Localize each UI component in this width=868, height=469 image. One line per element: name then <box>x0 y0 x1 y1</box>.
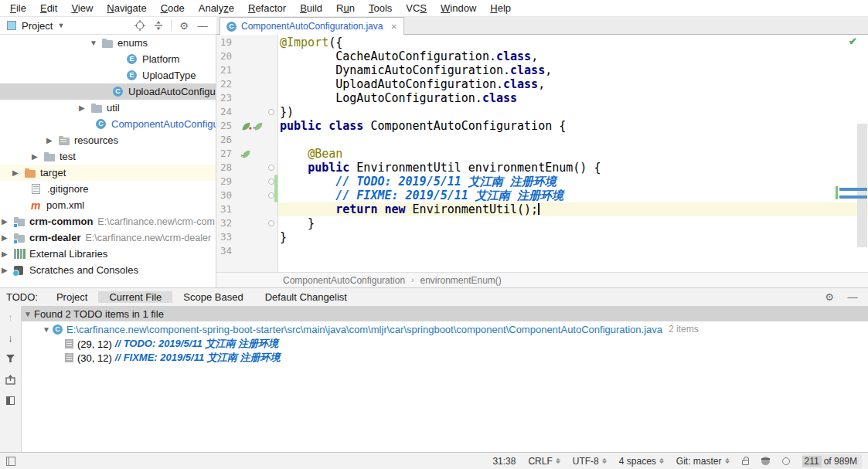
menu-analyze[interactable]: Analyze <box>192 0 241 16</box>
tree-item-enums[interactable]: ▼enums <box>0 35 216 51</box>
open-source-preview-icon[interactable] <box>5 373 17 386</box>
spring-bean-icon[interactable]: ✱ <box>241 121 251 131</box>
preview-usages-icon[interactable] <box>5 394 17 406</box>
highlighting-level-icon[interactable] <box>761 457 770 465</box>
tree-item-util[interactable]: ▶util <box>0 100 216 116</box>
spring-bean-icon[interactable]: ➤ <box>241 148 251 158</box>
chevron-down-icon[interactable]: ▼ <box>22 310 34 318</box>
menu-edit[interactable]: Edit <box>33 0 64 16</box>
readonly-lock-icon[interactable] <box>742 460 749 465</box>
editor-scrollbar-thumb[interactable] <box>857 124 867 247</box>
tree-item-external-libraries[interactable]: ▶External Libraries <box>0 246 216 262</box>
menu-run[interactable]: Run <box>329 0 362 16</box>
menu-code[interactable]: Code <box>154 0 192 16</box>
todo-tab-scope-based[interactable]: Scope Based <box>172 291 254 303</box>
fold-marker-icon[interactable] <box>268 220 274 226</box>
breadcrumb-member[interactable]: environmentEnum() <box>420 275 501 286</box>
chevron-right-icon[interactable]: ▶ <box>46 136 59 144</box>
toolwindow-toggle-icon[interactable] <box>6 457 15 466</box>
tree-item-resources[interactable]: ▶resources <box>0 132 216 148</box>
tree-item-test[interactable]: ▶test <box>0 148 216 165</box>
todo-hide-panel-icon[interactable]: — <box>846 291 859 304</box>
todo-item-row[interactable]: (30, 12) // FIXME: 2019/5/11 艾江南 注册环境 <box>22 351 868 365</box>
chevron-down-icon[interactable]: ▼ <box>90 39 102 47</box>
filter-todos-icon[interactable] <box>5 352 17 365</box>
tree-item-uploadautoconfigur[interactable]: CUploadAutoConfigur <box>0 83 216 100</box>
chevron-right-icon[interactable]: ▶ <box>12 168 25 177</box>
caret-position[interactable]: 31:38 <box>492 456 516 467</box>
tree-item-target[interactable]: ▶target <box>0 165 216 181</box>
code-editor[interactable]: 19@Import({20 CacheAutoConfiguration.cla… <box>216 35 868 287</box>
vcs-change-bar[interactable] <box>274 175 277 202</box>
menu-tools[interactable]: Tools <box>362 0 399 16</box>
menu-help[interactable]: Help <box>483 0 518 16</box>
chevron-right-icon[interactable]: ▶ <box>2 233 14 242</box>
menu-navigate[interactable]: Navigate <box>100 0 153 16</box>
todo-item-row[interactable]: (29, 12) // TODO: 2019/5/11 艾江南 注册环境 <box>22 337 868 351</box>
chevron-right-icon[interactable]: ▶ <box>2 250 14 258</box>
code-line-33[interactable]: 33} <box>216 230 868 244</box>
tree-item-componentautoconfigu[interactable]: CComponentAutoConfigu <box>0 116 216 132</box>
code-line-29[interactable]: 29 // TODO: 2019/5/11 艾江南 注册环境 <box>216 175 868 189</box>
fold-marker-icon[interactable] <box>268 109 274 115</box>
memory-indicator[interactable]: 211of 989M <box>802 454 863 468</box>
inspection-ok-check-icon[interactable]: ✔ <box>849 36 857 47</box>
code-line-28[interactable]: 28 public EnvironmentUtil environmentEnu… <box>216 161 868 175</box>
code-line-20[interactable]: 20 CacheAutoConfiguration.class, <box>216 49 868 63</box>
menu-vcs[interactable]: VCS <box>399 0 434 16</box>
code-line-24[interactable]: 24}) <box>216 105 868 119</box>
code-line-34[interactable]: 34 <box>216 244 868 258</box>
tree-item-platform[interactable]: EPlatform <box>0 51 216 67</box>
tree-item-crm-dealer[interactable]: ▶crm-dealerE:\carfinance.new\crm-dealer <box>0 229 216 246</box>
breadcrumb-class[interactable]: ComponentAutoConfiguration <box>283 275 405 286</box>
fold-marker-icon[interactable] <box>268 192 274 199</box>
todo-settings-gear-icon[interactable]: ⚙ <box>823 291 836 304</box>
code-line-30[interactable]: 30 // FIXME: 2019/5/11 艾江南 注册环境 <box>216 189 868 202</box>
collapse-all-icon[interactable] <box>152 19 165 32</box>
locate-file-icon[interactable] <box>134 19 146 32</box>
project-panel-title[interactable]: Project <box>22 20 53 32</box>
tree-item-crm-common[interactable]: ▶crm-commonE:\carfinance.new\crm-com <box>0 213 216 229</box>
chevron-right-icon[interactable]: ▶ <box>32 152 44 161</box>
encoding-selector[interactable]: UTF-8 <box>573 456 607 467</box>
git-branch-selector[interactable]: Git: master <box>676 456 730 467</box>
fold-marker-icon[interactable] <box>268 165 274 171</box>
line-ending-selector[interactable]: CRLF <box>528 456 560 467</box>
tree-item-uploadtype[interactable]: EUploadType <box>0 67 216 83</box>
code-line-26[interactable]: 26 <box>216 133 868 147</box>
event-log-icon[interactable] <box>782 457 790 465</box>
todo-file-row[interactable]: ▼ C E:\carfinance.new\component-spring-b… <box>22 321 868 337</box>
editor-tab-active[interactable]: C ComponentAutoConfiguration.java ✕ <box>220 17 404 35</box>
fixme-stripe-mark[interactable] <box>839 195 867 199</box>
tree-item-pom-xml[interactable]: mpom.xml <box>0 197 216 213</box>
menu-file[interactable]: File <box>3 0 33 16</box>
code-line-32[interactable]: 32 } <box>216 216 868 230</box>
code-line-25[interactable]: 25✱➤public class ComponentAutoConfigurat… <box>216 119 868 133</box>
chevron-right-icon[interactable]: ▶ <box>2 217 14 226</box>
settings-gear-icon[interactable]: ⚙ <box>178 19 190 32</box>
todo-tab-current-file[interactable]: Current File <box>98 291 172 303</box>
menu-view[interactable]: View <box>64 0 100 16</box>
todo-stripe-mark[interactable] <box>839 188 867 191</box>
todo-tab-project[interactable]: Project <box>46 291 98 303</box>
hide-panel-icon[interactable]: — <box>196 19 209 32</box>
spring-bean-nav-icon[interactable]: ➤ <box>254 121 264 131</box>
code-line-21[interactable]: 21 DynamicAutoConfiguration.class, <box>216 63 868 77</box>
indent-selector[interactable]: 4 spaces <box>619 456 664 467</box>
tree-item-scratches-and-consoles[interactable]: ▶Scratches and Consoles <box>0 262 216 278</box>
previous-todo-icon[interactable]: ↑ <box>5 311 17 323</box>
chevron-down-icon[interactable]: ▼ <box>40 325 53 334</box>
chevron-right-icon[interactable]: ▶ <box>79 104 91 112</box>
code-line-27[interactable]: 27➤ @Bean <box>216 147 868 161</box>
menu-build[interactable]: Build <box>293 0 329 16</box>
todo-tab-default-changelist[interactable]: Default Changelist <box>254 291 358 303</box>
close-tab-icon[interactable]: ✕ <box>390 22 397 31</box>
fold-marker-icon[interactable] <box>268 178 274 185</box>
menu-refactor[interactable]: Refactor <box>241 0 293 16</box>
chevron-down-icon[interactable]: ▼ <box>57 22 64 29</box>
menu-window[interactable]: Window <box>434 0 483 16</box>
code-line-31[interactable]: 31 return new EnvironmentUtil(); <box>216 202 868 216</box>
code-line-22[interactable]: 22 UploadAutoConfiguration.class, <box>216 77 868 91</box>
todo-summary-row[interactable]: ▼ Found 2 TODO items in 1 file <box>22 306 868 321</box>
tree-item-gitignore[interactable]: .gitignore <box>0 181 216 197</box>
